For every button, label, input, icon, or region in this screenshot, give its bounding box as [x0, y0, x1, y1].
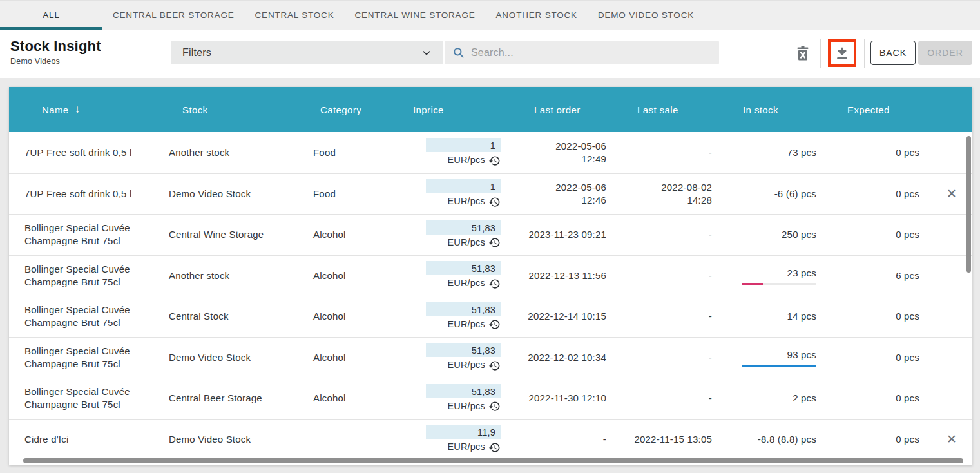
cell-last-order: 2022-12-13 11:56 [502, 269, 606, 282]
vertical-scrollbar-thumb[interactable] [966, 136, 971, 273]
table-row[interactable]: Bollinger Special Cuvée Champagne Brut 7… [9, 296, 972, 337]
cell-product-name: Bollinger Special Cuvée Champagne Brut 7… [9, 304, 169, 330]
cell-expected: 0 pcs [818, 188, 931, 200]
column-header-stock[interactable]: Stock [169, 104, 313, 115]
column-header-name[interactable]: Name ↓ [9, 103, 169, 116]
price-history-icon[interactable] [488, 441, 501, 454]
column-header-expected[interactable]: Expected [818, 104, 931, 115]
table-row[interactable]: Bollinger Special Cuvée Champagne Brut 7… [9, 378, 972, 419]
in-stock-value: -8.8 (8.8) pcs [758, 433, 816, 446]
cell-expected: 0 pcs [818, 351, 931, 364]
price-history-icon[interactable] [488, 400, 501, 412]
cell-in-stock: 250 pcs [712, 228, 818, 241]
table-row[interactable]: Bollinger Special Cuvée Champagne Brut 7… [9, 255, 972, 296]
in-stock-value: 23 pcs [787, 267, 816, 280]
in-stock-level-fill [742, 365, 816, 367]
price-history-icon[interactable] [488, 196, 501, 208]
inprice-value: 51,83 [426, 261, 501, 275]
inprice-unit-line: EUR/pcs [447, 154, 501, 167]
row-close-icon[interactable]: ✕ [946, 433, 957, 445]
download-button-highlighted[interactable] [828, 39, 856, 67]
cell-stock: Central Stock [169, 310, 313, 323]
cell-in-stock: 14 pcs [712, 310, 818, 323]
inprice-unit-line: EUR/pcs [447, 195, 501, 208]
table-row[interactable]: Bollinger Special Cuvée Champagne Brut 7… [9, 214, 972, 255]
trash-x-icon [796, 46, 810, 61]
cell-inprice: 1EUR/pcs [408, 179, 502, 208]
in-stock-value: 73 pcs [787, 146, 816, 159]
title-block: Stock Insight Demo Videos [10, 38, 101, 66]
cell-inprice: 51,83EUR/pcs [408, 220, 502, 249]
column-header-category[interactable]: Category [313, 104, 408, 115]
last-order-date: 2023-11-23 09:21 [528, 228, 606, 241]
table-row[interactable]: Cidre d'IciDemo Video Stock11,9EUR/pcs-2… [9, 419, 972, 460]
price-history-icon[interactable] [488, 236, 501, 249]
last-order-date: 2022-12-02 10:34 [528, 351, 606, 364]
tab-demo-video-stock[interactable]: DEMO VIDEO STOCK [588, 1, 704, 30]
last-order-date: 2022-11-30 12:10 [528, 392, 606, 405]
cell-product-name: Bollinger Special Cuvée Champagne Brut 7… [9, 263, 169, 289]
cell-stock: Central Wine Storage [169, 228, 313, 241]
price-history-icon[interactable] [488, 360, 501, 372]
clear-trash-button[interactable] [790, 41, 816, 66]
inprice-unit-line: EUR/pcs [447, 318, 501, 331]
stock-insight-app: ALL CENTRAL BEER STORAGE CENTRAL STOCK C… [0, 0, 980, 473]
column-header-inprice[interactable]: Inprice [408, 104, 502, 115]
inprice-unit: EUR/pcs [447, 400, 485, 413]
cell-in-stock: -6 (6) pcs [712, 188, 818, 200]
inprice-value: 1 [426, 179, 501, 193]
tab-another-stock[interactable]: ANOTHER STOCK [486, 1, 588, 30]
inprice-unit-line: EUR/pcs [447, 359, 501, 372]
last-sale-date: 2022-08-02 [661, 181, 712, 194]
inprice-value: 51,83 [426, 302, 501, 316]
cell-last-sale: - [606, 392, 712, 405]
cell-inprice: 51,83EUR/pcs [408, 302, 502, 331]
column-label: In stock [743, 104, 778, 115]
cell-inprice: 51,83EUR/pcs [408, 384, 502, 413]
cell-in-stock: 23 pcs [712, 267, 818, 285]
table-row[interactable]: 7UP Free soft drink 0,5 lAnother stockFo… [9, 132, 972, 173]
inprice-value: 51,83 [426, 220, 501, 235]
table-body: 7UP Free soft drink 0,5 lAnother stockFo… [9, 132, 972, 459]
price-history-icon[interactable] [488, 278, 501, 290]
filters-dropdown[interactable]: Filters [171, 41, 443, 64]
cell-stock: Another stock [169, 269, 313, 282]
tab-central-stock[interactable]: CENTRAL STOCK [245, 1, 345, 30]
stock-table: Name ↓ Stock Category Inprice Last order… [9, 87, 972, 465]
tab-all[interactable]: ALL [0, 1, 102, 30]
cell-category: Alcohol [313, 269, 408, 282]
cell-product-name: Bollinger Special Cuvée Champagne Brut 7… [9, 385, 169, 412]
cell-last-order: 2022-12-02 10:34 [502, 351, 606, 364]
inprice-unit: EUR/pcs [447, 154, 485, 167]
horizontal-scrollbar-thumb[interactable] [23, 458, 963, 463]
column-header-last-order[interactable]: Last order [502, 104, 606, 115]
toolbar-divider [864, 39, 865, 68]
cell-stock: Demo Video Stock [169, 188, 313, 200]
tab-central-wine-storage[interactable]: CENTRAL WINE STORAGE [344, 1, 485, 30]
cell-product-name: 7UP Free soft drink 0,5 l [9, 146, 169, 159]
search-input[interactable] [471, 47, 711, 59]
column-header-in-stock[interactable]: In stock [712, 104, 818, 115]
order-button-disabled[interactable]: ORDER [918, 41, 972, 65]
table-row[interactable]: 7UP Free soft drink 0,5 lDemo Video Stoc… [9, 173, 972, 215]
cell-stock: Demo Video Stock [169, 433, 313, 446]
inprice-unit-line: EUR/pcs [447, 277, 501, 290]
row-close-icon[interactable]: ✕ [946, 188, 957, 200]
in-stock-value: -6 (6) pcs [774, 188, 816, 200]
price-history-icon[interactable] [488, 155, 501, 167]
last-order-date: 2022-05-06 [555, 181, 606, 194]
tab-central-beer-storage[interactable]: CENTRAL BEER STORAGE [102, 1, 245, 30]
column-header-last-sale[interactable]: Last sale [606, 104, 712, 115]
column-label: Category [320, 104, 361, 115]
download-icon [835, 46, 849, 61]
cell-last-sale: - [606, 228, 712, 241]
cell-expected: 0 pcs [818, 146, 931, 159]
price-history-icon[interactable] [488, 318, 501, 331]
back-button[interactable]: BACK [870, 41, 916, 65]
column-label: Inprice [413, 104, 444, 115]
in-stock-value: 2 pcs [793, 392, 816, 405]
cell-product-name: Cidre d'Ici [9, 433, 169, 446]
column-label: Expected [847, 104, 890, 115]
table-row[interactable]: Bollinger Special Cuvée Champagne Brut 7… [9, 337, 972, 378]
page-title: Stock Insight [10, 38, 101, 55]
